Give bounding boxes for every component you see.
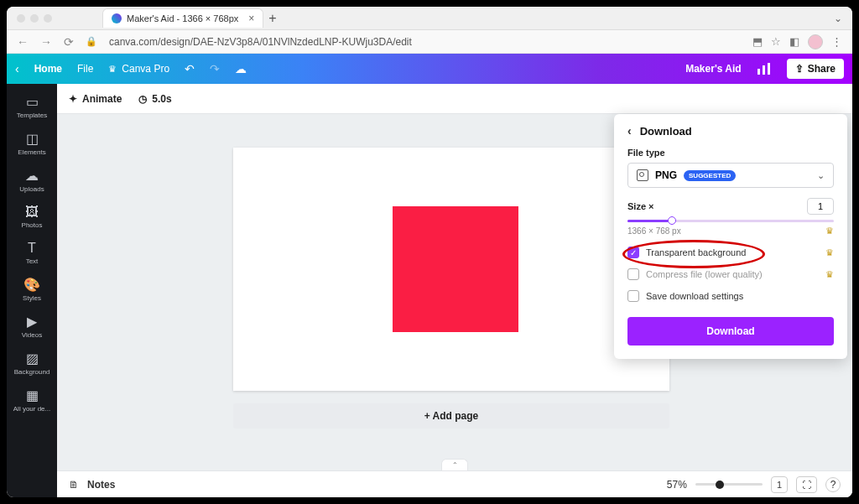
save-settings-row[interactable]: Save download settings <box>627 290 834 302</box>
canva-topbar: ‹ Home File ♛ Canva Pro ↶ ↷ ☁ Maker's Ai… <box>7 54 852 84</box>
pro-crown-icon: ♛ <box>825 269 834 280</box>
home-back-icon[interactable]: ‹ <box>15 62 19 75</box>
file-type-value: PNG <box>655 169 677 181</box>
size-input[interactable] <box>807 198 834 215</box>
sidebar-item-background[interactable]: ▨Background <box>7 346 57 381</box>
panel-back-icon[interactable]: ‹ <box>627 124 632 138</box>
save-settings-label: Save download settings <box>646 291 743 301</box>
sidebar-label: Templates <box>17 112 47 119</box>
svg-rect-1 <box>763 65 765 75</box>
transparent-bg-row[interactable]: ✓ Transparent background ♛ <box>627 247 834 258</box>
download-button-label: Download <box>706 325 754 337</box>
image-icon <box>637 169 648 181</box>
compress-checkbox[interactable] <box>627 268 639 280</box>
elements-icon: ◫ <box>26 131 39 147</box>
templates-icon: ▭ <box>26 94 39 110</box>
chevron-down-icon: ⌄ <box>817 170 825 181</box>
svg-rect-0 <box>757 69 760 75</box>
install-app-icon[interactable]: ⬒ <box>752 35 763 48</box>
uploads-icon: ☁ <box>25 168 39 184</box>
sidebar-item-uploads[interactable]: ☁Uploads <box>7 163 57 198</box>
download-button[interactable]: Download <box>627 317 834 346</box>
analytics-icon[interactable] <box>757 62 772 75</box>
tab-close-icon[interactable]: × <box>248 13 254 24</box>
transparent-label: Transparent background <box>646 247 746 257</box>
photos-icon: 🖼 <box>25 205 39 220</box>
pro-crown-icon: ♛ <box>825 247 834 258</box>
svg-rect-2 <box>768 63 770 75</box>
profile-avatar-icon[interactable] <box>808 34 823 49</box>
all-designs-icon: ▦ <box>26 387 39 403</box>
undo-icon[interactable]: ↶ <box>185 62 195 75</box>
sidebar-item-text[interactable]: TText <box>7 236 57 270</box>
window-maximize-icon[interactable] <box>44 14 52 23</box>
tabs-overflow-icon[interactable]: ⌄ <box>834 13 842 24</box>
home-link[interactable]: Home <box>34 63 62 75</box>
crown-icon: ♛ <box>108 64 117 75</box>
window-minimize-icon[interactable] <box>30 14 39 23</box>
sidebar-item-photos[interactable]: 🖼Photos <box>7 200 57 234</box>
sidebar: ▭Templates ◫Elements ☁Uploads 🖼Photos TT… <box>7 84 57 497</box>
page-count-button[interactable]: 1 <box>771 476 788 493</box>
lock-icon: 🔒 <box>86 36 97 47</box>
clock-icon: ◷ <box>138 93 147 105</box>
file-type-select[interactable]: PNG SUGGESTED ⌄ <box>627 163 834 188</box>
download-panel: ‹ Download File type PNG SUGGESTED ⌄ Siz… <box>614 114 847 359</box>
save-settings-checkbox[interactable] <box>627 290 639 302</box>
notes-button[interactable]: Notes <box>87 479 115 491</box>
extension-icon[interactable]: ◧ <box>789 35 799 48</box>
transparent-checkbox[interactable]: ✓ <box>627 247 639 258</box>
sidebar-item-all-designs[interactable]: ▦All your de... <box>7 382 57 418</box>
new-tab-button[interactable]: + <box>268 11 276 26</box>
browser-tab[interactable]: Maker's Aid - 1366 × 768px × <box>102 8 263 28</box>
window-close-icon[interactable] <box>17 14 25 23</box>
animate-label: Animate <box>82 93 122 105</box>
animate-icon: ✦ <box>69 93 77 105</box>
sidebar-label: Photos <box>22 221 43 229</box>
cloud-sync-icon[interactable]: ☁ <box>235 62 247 75</box>
compress-row[interactable]: Compress file (lower quality) ♛ <box>627 268 834 280</box>
add-page-label: + Add page <box>424 410 479 422</box>
compress-label: Compress file (lower quality) <box>646 269 763 279</box>
browser-menu-icon[interactable]: ⋮ <box>831 35 842 48</box>
animate-button[interactable]: ✦ Animate <box>69 93 122 105</box>
sidebar-label: Background <box>14 368 50 376</box>
design-page[interactable] <box>233 148 669 391</box>
sidebar-item-styles[interactable]: 🎨Styles <box>7 272 57 307</box>
address-text[interactable]: canva.com/design/DAE-NzV3p8A/01NVlNzdedL… <box>109 36 741 48</box>
file-menu[interactable]: File <box>77 63 93 75</box>
sidebar-item-templates[interactable]: ▭Templates <box>7 89 57 124</box>
project-name[interactable]: Maker's Aid <box>685 63 741 75</box>
panel-title: Download <box>640 125 692 138</box>
bookmark-icon[interactable]: ☆ <box>771 35 781 48</box>
sidebar-label: Text <box>26 257 39 265</box>
add-page-button[interactable]: + Add page <box>233 403 669 429</box>
duration-button[interactable]: ◷ 5.0s <box>138 93 171 105</box>
sidebar-label: Elements <box>18 148 45 156</box>
reload-icon[interactable]: ⟳ <box>64 35 74 49</box>
dimensions-text: 1366 × 768 px <box>627 226 681 236</box>
redo-icon[interactable]: ↷ <box>210 62 220 75</box>
share-button[interactable]: ⇪ Share <box>787 59 844 79</box>
pro-crown-icon: ♛ <box>825 226 834 236</box>
browser-titlebar: Maker's Aid - 1366 × 768px × + ⌄ <box>7 7 852 30</box>
sidebar-item-elements[interactable]: ◫Elements <box>7 126 57 161</box>
fullscreen-icon[interactable]: ⛶ <box>796 476 817 493</box>
help-icon[interactable]: ? <box>825 477 841 492</box>
background-icon: ▨ <box>26 351 39 366</box>
sidebar-label: All your de... <box>13 405 50 413</box>
tab-title: Maker's Aid - 1366 × 768px <box>127 13 238 23</box>
browser-urlbar: ← → ⟳ 🔒 canva.com/design/DAE-NzV3p8A/01N… <box>7 30 852 54</box>
canva-pro-link[interactable]: Canva Pro <box>122 63 169 75</box>
red-square-element[interactable] <box>393 206 518 332</box>
bottom-bar: 🗎 Notes 57% 1 ⛶ ? <box>57 470 852 497</box>
forward-icon[interactable]: → <box>40 35 52 49</box>
sidebar-label: Videos <box>22 331 42 339</box>
page-indicator-handle[interactable]: ⌃ <box>441 459 468 470</box>
back-icon[interactable]: ← <box>17 35 29 49</box>
size-slider[interactable] <box>627 220 834 222</box>
zoom-slider[interactable] <box>695 483 763 486</box>
sidebar-label: Uploads <box>19 185 44 193</box>
videos-icon: ▶ <box>27 314 37 330</box>
sidebar-item-videos[interactable]: ▶Videos <box>7 309 57 344</box>
